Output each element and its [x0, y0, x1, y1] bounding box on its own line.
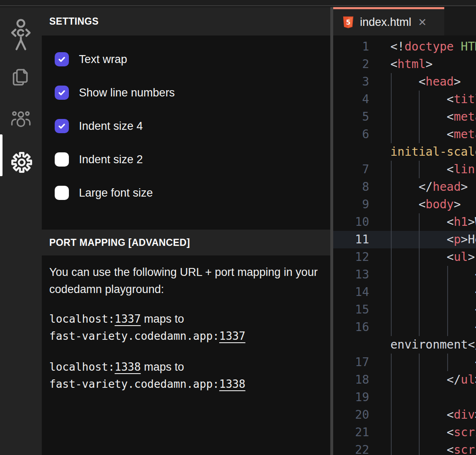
- token-plain: [390, 285, 475, 299]
- code-line-content: <p>Hello: [369, 231, 476, 248]
- code-line[interactable]: 15 <li>: [333, 301, 476, 318]
- html5-file-icon: 5: [342, 16, 354, 29]
- code-line-active[interactable]: 11 <p>Hello: [333, 231, 476, 248]
- code-line[interactable]: 4 <title: [333, 91, 476, 108]
- local-host: localhost:: [49, 313, 115, 325]
- code-line-content: <li>: [369, 266, 476, 283]
- checkbox-checked[interactable]: [55, 52, 69, 66]
- indent-guide: [419, 354, 420, 371]
- code-line[interactable]: 1<!doctype HTML>: [333, 38, 476, 56]
- token-plain: [390, 162, 447, 176]
- token-plain: [390, 180, 418, 194]
- code-line[interactable]: environment</li>: [333, 336, 476, 354]
- code-line[interactable]: 12 <ul>: [333, 248, 476, 266]
- token-plain: [390, 303, 475, 316]
- indent-guide: [419, 424, 420, 441]
- indent-guide: [391, 91, 392, 108]
- checkbox-checked[interactable]: [55, 86, 69, 100]
- code-line[interactable]: 9 <body>: [333, 196, 476, 213]
- token-tag: script: [454, 425, 476, 439]
- port-mapping-content: You can use the following URL + port map…: [42, 255, 330, 455]
- settings-gear-icon[interactable]: [10, 151, 33, 174]
- panel-resize-divider[interactable]: [330, 7, 333, 455]
- code-line[interactable]: 20 <div>: [333, 406, 476, 424]
- code-line[interactable]: 8 </head>: [333, 178, 476, 196]
- code-line[interactable]: 10 <h1>Welcome: [333, 213, 476, 231]
- line-number: 20: [333, 406, 369, 424]
- token-plain: [390, 127, 447, 141]
- codedamn-logo-icon[interactable]: [9, 18, 33, 52]
- code-line[interactable]: 16 <li>: [333, 318, 476, 336]
- setting-row-indent-size-4[interactable]: Indent size 4: [55, 119, 330, 133]
- token-punct: <: [447, 92, 454, 106]
- indent-guide: [391, 301, 392, 318]
- token-punct: >: [468, 215, 475, 229]
- indent-guide: [419, 231, 420, 248]
- token-tag: head: [433, 180, 461, 194]
- code-line[interactable]: 6 <meta: [333, 126, 476, 143]
- token-tag: ul: [454, 250, 468, 264]
- community-icon[interactable]: [10, 109, 31, 130]
- code-line[interactable]: initial-scale=1.0">: [333, 143, 476, 161]
- checkbox-unchecked[interactable]: [55, 186, 69, 200]
- line-number: 10: [333, 213, 369, 231]
- indent-guide: [419, 108, 420, 126]
- token-plain: [390, 320, 475, 334]
- setting-row-indent-size-2[interactable]: Indent size 2: [55, 152, 330, 167]
- code-line[interactable]: 13 <li>: [333, 266, 476, 283]
- code-line[interactable]: 7 <link: [333, 161, 476, 178]
- activity-bar: [0, 7, 42, 455]
- code-line[interactable]: 18 </ul>: [333, 371, 476, 389]
- setting-row-show-line-numbers[interactable]: Show line numbers: [55, 86, 330, 100]
- line-number: 9: [333, 196, 369, 213]
- code-line-content: <script>: [369, 441, 476, 455]
- code-line-content: <!doctype HTML>: [369, 38, 476, 56]
- code-line-content: <script>: [369, 424, 476, 441]
- code-line[interactable]: 22 <script>: [333, 441, 476, 455]
- code-line[interactable]: 19: [333, 389, 476, 406]
- remote-port: 1337: [219, 330, 246, 342]
- token-punct: </: [418, 180, 433, 194]
- token-tag: body: [425, 197, 453, 211]
- code-line-content: </head>: [369, 178, 476, 196]
- token-punct: <: [447, 425, 454, 439]
- line-number: 4: [333, 91, 369, 108]
- line-number: 22: [333, 441, 369, 455]
- tab-index-html[interactable]: 5 index.html ✕: [333, 7, 444, 35]
- code-line[interactable]: 21 <script>: [333, 424, 476, 441]
- code-line[interactable]: 17 <li>: [333, 354, 476, 371]
- code-line[interactable]: 14 <li>: [333, 283, 476, 301]
- indent-guide: [447, 266, 448, 283]
- active-tab-indicator: [0, 134, 3, 176]
- files-icon[interactable]: [11, 67, 32, 88]
- checkbox-checked[interactable]: [55, 119, 69, 133]
- token-punct: </: [447, 373, 461, 387]
- setting-row-text-wrap[interactable]: Text wrap: [55, 52, 330, 66]
- token-plain: [390, 75, 418, 88]
- line-number: 19: [333, 389, 369, 406]
- line-number: 16: [333, 318, 369, 336]
- setting-label: Show line numbers: [79, 86, 175, 99]
- token-punct: <: [447, 127, 454, 141]
- token-punct: >: [425, 57, 433, 71]
- indent-guide: [391, 231, 392, 248]
- code-line-content: <meta: [369, 126, 476, 143]
- indent-guide: [391, 389, 392, 406]
- code-line[interactable]: 3 <head>: [333, 73, 476, 91]
- checkbox-unchecked[interactable]: [55, 152, 69, 167]
- setting-row-large-font-size[interactable]: Large font size: [55, 186, 330, 200]
- indent-guide: [419, 301, 420, 318]
- indent-guide: [419, 389, 420, 406]
- code-area[interactable]: 1<!doctype HTML>2<html>3 <head>4 <title5…: [333, 35, 476, 455]
- tab-close-icon[interactable]: ✕: [418, 16, 427, 28]
- token-punct: <: [447, 250, 454, 264]
- indent-guide: [419, 248, 420, 266]
- line-number: 5: [333, 108, 369, 126]
- token-plain: [390, 197, 418, 211]
- token-punct: <: [447, 215, 454, 229]
- token-punct: </: [468, 338, 476, 351]
- line-number: 1: [333, 38, 369, 56]
- code-line[interactable]: 2<html>: [333, 56, 476, 73]
- line-number: 13: [333, 266, 369, 283]
- code-line[interactable]: 5 <meta: [333, 108, 476, 126]
